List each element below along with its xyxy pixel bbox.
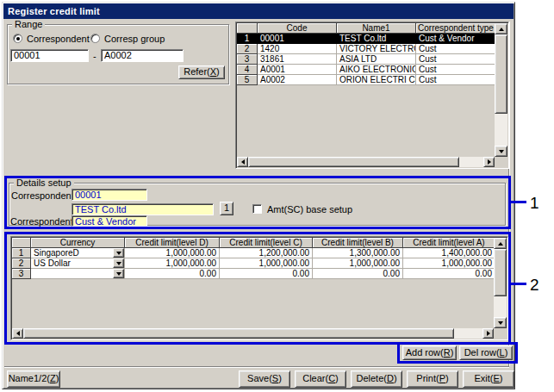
exit-button[interactable]: Exit(E) <box>463 370 514 388</box>
cell-code: 1420 <box>258 44 337 54</box>
correspondent-table-header: Code Name1 Correspondent type <box>237 23 496 34</box>
cell-type: Cust & Vendor <box>416 34 496 44</box>
title-bar: Register credit limit <box>3 3 514 19</box>
save-button[interactable]: Save(S) <box>239 370 290 388</box>
scroll-up-icon <box>499 28 504 31</box>
delete-button[interactable]: Delete(D) <box>351 370 402 388</box>
scrollbar-thumb[interactable] <box>495 34 507 114</box>
table-horizontal-scrollbar[interactable] <box>237 157 495 167</box>
table-vertical-scrollbar[interactable] <box>495 23 507 157</box>
range-separator: - <box>93 51 96 61</box>
cell-type: Cust <box>416 65 496 75</box>
row-number: 1 <box>237 34 258 44</box>
scroll-up-button[interactable] <box>495 23 507 34</box>
clear-button[interactable]: Clear(C) <box>295 370 346 388</box>
scroll-right-button[interactable] <box>483 157 495 167</box>
scroll-left-button[interactable] <box>237 157 248 167</box>
row-number: 4 <box>237 65 258 75</box>
scroll-down-icon <box>499 150 504 153</box>
cell-name: TEST Co.ltd <box>337 34 416 44</box>
cell-code: A0002 <box>258 75 337 85</box>
cell-name: ASIA LTD <box>337 54 416 65</box>
table-row[interactable]: 2 1420 VICTORY ELECTRON 1 Cust <box>237 44 496 54</box>
radio-dot-icon <box>16 37 20 40</box>
table-row[interactable]: 5 A0002 ORION ELECTRI CO LT Cust <box>237 75 496 85</box>
cell-name: ORION ELECTRI CO LT <box>337 75 416 85</box>
correspondent-table: Code Name1 Correspondent type 1 00001 TE… <box>235 22 509 169</box>
table-row[interactable]: 4 A0001 AIKO ELECTRONICS Cust <box>237 65 496 75</box>
corresp-group-radio-label[interactable]: Corresp group <box>104 34 165 44</box>
cell-code: A0001 <box>258 65 337 75</box>
annotation-connector-2 <box>511 283 526 285</box>
scroll-down-button[interactable] <box>495 146 507 157</box>
annotation-box-2 <box>4 232 511 345</box>
corresp-group-radio[interactable] <box>90 34 100 43</box>
panel-bottom-edge <box>4 366 509 368</box>
table-row-selected[interactable]: 1 00001 TEST Co.ltd Cust & Vendor <box>237 34 496 44</box>
correspondent-radio-label[interactable]: Correspondent <box>27 34 90 44</box>
range-from-input[interactable]: 00001 <box>10 49 89 62</box>
cell-code: 31861 <box>258 54 337 65</box>
annotation-label-2: 2 <box>530 276 539 295</box>
correspondent-radio[interactable] <box>13 34 22 43</box>
cell-code: 00001 <box>258 34 337 44</box>
refer-button[interactable]: Refer(X) <box>178 65 225 79</box>
scroll-right-icon <box>488 159 491 165</box>
scroll-left-icon <box>241 159 245 165</box>
cell-name: VICTORY ELECTRON 1 <box>337 44 416 54</box>
range-legend: Range <box>12 20 45 29</box>
scrollbar-corner <box>495 157 507 167</box>
header-correspondent-type: Correspondent type <box>416 23 496 34</box>
annotation-connector-1 <box>511 201 526 203</box>
row-number: 3 <box>237 54 258 65</box>
cell-type: Cust <box>416 54 496 65</box>
annotation-label-1: 1 <box>530 194 539 213</box>
name12-button[interactable]: Name1/2(Z) <box>7 370 60 388</box>
annotation-box-1 <box>4 176 511 229</box>
cell-name: AIKO ELECTRONICS <box>337 65 416 75</box>
cell-type: Cust <box>416 44 496 54</box>
range-to-input[interactable]: A0002 <box>101 49 184 62</box>
row-number: 2 <box>237 44 258 54</box>
cell-type: Cust <box>416 75 496 85</box>
header-code: Code <box>258 23 337 34</box>
row-number: 5 <box>237 75 258 85</box>
print-button[interactable]: Print(P) <box>407 370 458 388</box>
header-rownum <box>237 23 258 34</box>
header-name1: Name1 <box>337 23 416 34</box>
annotation-box-rowbuttons <box>397 342 518 364</box>
window-title: Register credit limit <box>8 6 100 16</box>
scrollbar-thumb[interactable] <box>248 157 459 167</box>
table-row[interactable]: 3 31861 ASIA LTD Cust <box>237 54 496 65</box>
